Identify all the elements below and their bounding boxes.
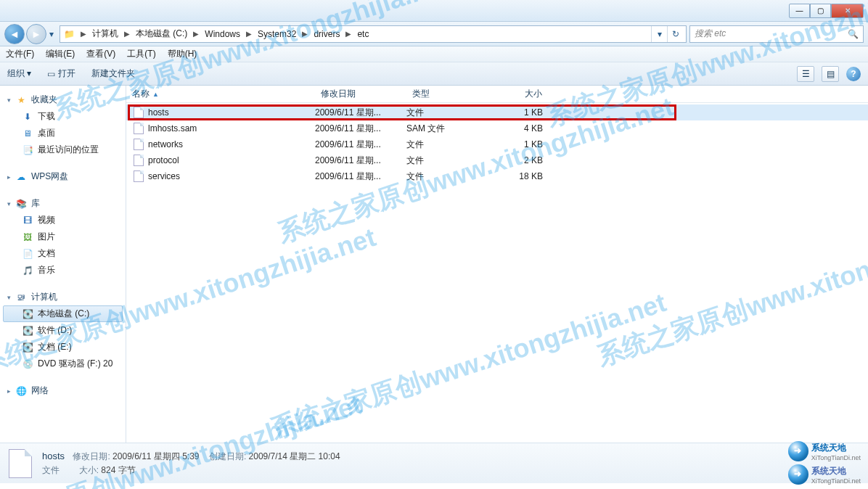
expand-icon: ▸ (7, 387, 11, 395)
file-icon (134, 107, 144, 118)
column-type[interactable]: 类型 (406, 88, 491, 100)
chevron-right-icon[interactable]: ▶ (345, 30, 351, 38)
file-row[interactable]: services 2009/6/11 星期... 文件 18 KB (126, 168, 868, 184)
menu-view[interactable]: 查看(V) (86, 48, 115, 60)
open-label: 打开 (58, 67, 75, 80)
details-type: 文件 (42, 465, 60, 475)
column-name[interactable]: 名称 ▲ (126, 88, 315, 100)
sidebar-item-desktop[interactable]: 🖥桌面 (3, 125, 123, 141)
chevron-right-icon[interactable]: ▶ (81, 30, 86, 38)
search-icon[interactable]: 🔍 (848, 29, 859, 39)
sidebar-item-label: 视频 (38, 214, 55, 226)
file-name: hosts (148, 107, 169, 118)
sidebar-item-videos[interactable]: 🎞视频 (3, 212, 123, 229)
details-create-label: 创建日期: (209, 451, 246, 461)
file-row[interactable]: networks 2009/6/11 星期... 文件 1 KB (126, 136, 868, 152)
address-history-button[interactable]: ▾ (651, 26, 667, 42)
chevron-right-icon[interactable]: ▶ (193, 30, 199, 38)
help-button[interactable]: ? (846, 67, 861, 81)
breadcrumb-segment[interactable]: 计算机 (92, 28, 118, 40)
sidebar-item-music[interactable]: 🎵音乐 (3, 262, 123, 279)
sidebar-item-pictures[interactable]: 🖼图片 (3, 229, 123, 245)
libraries-header[interactable]: ▾ 📚 库 (3, 195, 123, 212)
corner-logo-1: 系统天地XiTongTianDi.net (788, 441, 861, 461)
file-date: 2009/6/11 星期... (315, 139, 406, 151)
sidebar-item-drive-c[interactable]: 💽本地磁盘 (C:) (3, 305, 123, 322)
window-titlebar: — ▢ ✕ (0, 0, 868, 22)
search-placeholder: 搜索 etc (695, 28, 726, 40)
sidebar-item-drive-e[interactable]: 💽文档 (E:) (3, 339, 123, 356)
chevron-right-icon[interactable]: ▶ (302, 30, 308, 38)
breadcrumb-segment[interactable]: drivers (314, 29, 340, 39)
maximize-button[interactable]: ▢ (810, 4, 831, 18)
sidebar-item-label: DVD 驱动器 (F:) 20 (38, 358, 112, 370)
file-name: services (148, 171, 180, 181)
file-size: 2 KB (491, 155, 549, 165)
close-button[interactable]: ✕ (831, 4, 864, 18)
sidebar-item-label: 下载 (38, 110, 55, 123)
menu-tools[interactable]: 工具(T) (127, 48, 155, 60)
breadcrumb-segment[interactable]: System32 (258, 29, 296, 39)
column-headers: 名称 ▲ 修改日期 类型 大小 (126, 86, 868, 103)
computer-group: ▾ 🖳 计算机 💽本地磁盘 (C:) 💽软件 (D:) 💽文档 (E:) 💿DV… (3, 289, 123, 372)
sidebar-item-label: 最近访问的位置 (38, 144, 99, 156)
computer-label: 计算机 (31, 291, 57, 303)
drive-icon: 💽 (22, 325, 33, 337)
desktop-icon: 🖥 (22, 128, 33, 139)
back-button[interactable]: ◄ (4, 24, 25, 44)
sidebar-item-label: 本地磁盘 (C:) (38, 308, 89, 320)
network-label: 网络 (31, 385, 49, 397)
file-row[interactable]: protocol 2009/6/11 星期... 文件 2 KB (126, 152, 868, 168)
sidebar-item-documents[interactable]: 📄文档 (3, 245, 123, 262)
sidebar-item-label: 桌面 (38, 127, 55, 139)
sidebar-item-downloads[interactable]: ⬇下载 (3, 108, 123, 125)
menu-edit[interactable]: 编辑(E) (46, 48, 75, 60)
details-mod-label: 修改日期: (73, 451, 110, 461)
minimize-button[interactable]: — (789, 4, 810, 18)
wps-label: WPS网盘 (31, 170, 68, 183)
preview-pane-button[interactable]: ▤ (822, 66, 839, 82)
breadcrumb-segment[interactable]: Windows (205, 29, 240, 39)
column-size[interactable]: 大小 (491, 88, 549, 100)
logo-subtext: XiTongTianDi.net (811, 477, 861, 485)
organize-button[interactable]: 组织 ▾ (7, 67, 31, 80)
libraries-label: 库 (31, 197, 40, 210)
column-date[interactable]: 修改日期 (315, 88, 406, 100)
library-icon: 📚 (15, 198, 27, 210)
breadcrumb-segment[interactable]: 本地磁盘 (C:) (136, 28, 187, 40)
new-folder-button[interactable]: 新建文件夹 (91, 67, 135, 80)
file-row[interactable]: hosts 2009/6/11 星期... 文件 1 KB (126, 104, 868, 120)
search-input[interactable]: 搜索 etc 🔍 (689, 25, 864, 43)
sidebar-item-recent[interactable]: 📑最近访问的位置 (3, 141, 123, 158)
forward-button[interactable]: ► (26, 24, 46, 44)
details-size-label: 大小: (79, 465, 99, 475)
breadcrumb-segment[interactable]: etc (357, 29, 369, 39)
open-button[interactable]: ▭ 打开 (47, 67, 75, 80)
cloud-icon: ☁ (15, 171, 27, 183)
wps-header[interactable]: ▸ ☁ WPS网盘 (3, 168, 123, 185)
computer-header[interactable]: ▾ 🖳 计算机 (3, 289, 123, 305)
navigation-bar: ◄ ► ▾ 📁 ▶ 计算机 ▶ 本地磁盘 (C:) ▶ Windows ▶ Sy… (0, 22, 868, 46)
star-icon: ★ (15, 94, 27, 106)
column-label: 名称 (132, 88, 150, 100)
drive-icon: 💽 (22, 308, 33, 320)
sidebar-item-drive-d[interactable]: 💽软件 (D:) (3, 322, 123, 339)
expand-icon: ▾ (7, 294, 11, 301)
refresh-button[interactable]: ↻ (667, 26, 683, 42)
nav-history-dropdown[interactable]: ▾ (46, 29, 57, 39)
favorites-header[interactable]: ▾ ★ 收藏夹 (3, 91, 123, 108)
chevron-right-icon[interactable]: ▶ (124, 30, 130, 38)
sidebar-item-drive-f[interactable]: 💿DVD 驱动器 (F:) 20 (3, 356, 123, 372)
main-area: ▾ ★ 收藏夹 ⬇下载 🖥桌面 📑最近访问的位置 ▸ ☁ WPS网盘 ▾ 📚 库… (0, 86, 868, 443)
chevron-right-icon[interactable]: ▶ (246, 30, 252, 38)
view-options-button[interactable]: ☰ (797, 66, 814, 82)
file-row[interactable]: lmhosts.sam 2009/6/11 星期... SAM 文件 4 KB (126, 120, 868, 136)
file-name: protocol (148, 155, 179, 165)
network-header[interactable]: ▸ 🌐 网络 (3, 382, 123, 399)
file-list: 名称 ▲ 修改日期 类型 大小 hosts 2009/6/11 星期... 文件… (126, 86, 868, 443)
network-icon: 🌐 (15, 385, 27, 397)
menu-file[interactable]: 文件(F) (6, 48, 34, 60)
expand-icon: ▾ (7, 96, 11, 104)
address-bar[interactable]: 📁 ▶ 计算机 ▶ 本地磁盘 (C:) ▶ Windows ▶ System32… (60, 25, 687, 43)
menu-help[interactable]: 帮助(H) (168, 48, 197, 60)
